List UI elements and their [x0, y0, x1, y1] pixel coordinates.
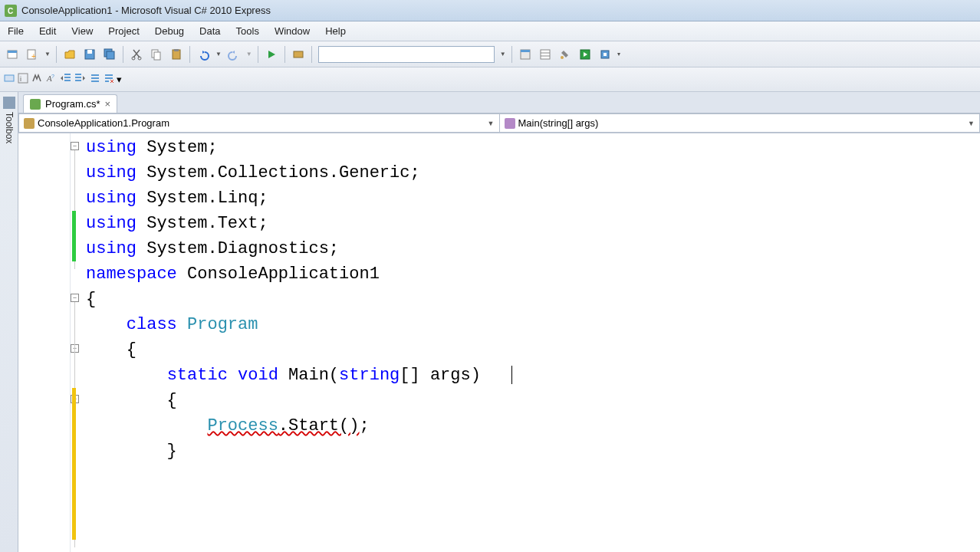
- svg-rect-25: [5, 75, 14, 81]
- code-line[interactable]: using System.Text;: [86, 211, 980, 236]
- unsaved-change-marker: [72, 388, 76, 540]
- standard-toolbar: + ▼ ▼ ▼ ▼ ▾: [0, 41, 980, 67]
- undo-icon[interactable]: [194, 45, 212, 64]
- saved-change-marker: [72, 211, 76, 261]
- code-editor[interactable]: −−−− using System;using System.Collectio…: [18, 133, 980, 552]
- menu-view[interactable]: View: [64, 22, 100, 40]
- display-quick-icon[interactable]: A?: [44, 72, 57, 87]
- code-line[interactable]: {: [86, 388, 980, 413]
- menu-data[interactable]: Data: [192, 22, 228, 40]
- svg-rect-15: [294, 51, 303, 58]
- svg-rect-5: [85, 50, 94, 59]
- close-tab-icon[interactable]: ×: [105, 98, 111, 110]
- svg-rect-16: [521, 50, 530, 59]
- menu-window[interactable]: Window: [267, 22, 317, 40]
- code-line[interactable]: using System.Diagnostics;: [86, 236, 980, 261]
- toolbox-icon[interactable]: [556, 45, 574, 64]
- member-selector[interactable]: Main(string[] args) ▼: [499, 113, 981, 133]
- method-icon: [505, 118, 515, 129]
- code-line[interactable]: Process.Start();: [86, 413, 980, 439]
- toolbar-options-icon[interactable]: ▾: [616, 51, 622, 58]
- dropdown-arrow-icon[interactable]: ▼: [498, 51, 508, 58]
- paste-icon[interactable]: [167, 45, 186, 64]
- svg-rect-13: [173, 50, 180, 59]
- start-debug-icon[interactable]: [262, 45, 281, 64]
- toolbox-panel-tab[interactable]: Toolbox: [0, 92, 18, 552]
- menu-project[interactable]: Project: [100, 22, 146, 40]
- break-all-icon[interactable]: [289, 45, 307, 64]
- svg-rect-8: [107, 51, 114, 59]
- display-param-icon[interactable]: i: [17, 72, 29, 87]
- open-folder-icon[interactable]: [61, 45, 79, 64]
- svg-text:i: i: [20, 75, 21, 83]
- redo-icon[interactable]: [225, 45, 243, 64]
- app-icon: C: [5, 5, 17, 17]
- code-line[interactable]: using System;: [86, 135, 980, 160]
- svg-rect-22: [580, 50, 590, 59]
- outline-collapse-icon[interactable]: −: [71, 142, 79, 150]
- code-line[interactable]: class Program: [86, 312, 980, 337]
- start-page-icon[interactable]: [576, 45, 594, 64]
- svg-rect-1: [8, 51, 17, 58]
- decrease-indent-icon[interactable]: [60, 72, 72, 87]
- add-item-icon[interactable]: +: [23, 45, 41, 64]
- navigation-bar: ConsoleApplication1.Program ▼ Main(strin…: [18, 113, 980, 133]
- display-object-icon[interactable]: [3, 72, 15, 87]
- properties-icon[interactable]: [536, 45, 554, 64]
- new-project-icon[interactable]: [3, 45, 21, 64]
- svg-rect-24: [603, 53, 607, 56]
- dropdown-arrow-icon: ▼: [968, 120, 975, 127]
- code-line[interactable]: using System.Collections.Generic;: [86, 160, 980, 186]
- svg-rect-18: [541, 50, 550, 59]
- svg-text:C: C: [8, 7, 13, 15]
- title-bar: C ConsoleApplication1 - Microsoft Visual…: [0, 0, 980, 21]
- code-line[interactable]: {: [86, 337, 980, 363]
- dropdown-arrow-icon[interactable]: ▼: [214, 51, 223, 58]
- svg-rect-23: [601, 51, 609, 58]
- solution-explorer-icon[interactable]: [516, 45, 534, 64]
- code-line[interactable]: namespace ConsoleApplication1: [86, 261, 980, 287]
- code-line[interactable]: {: [86, 287, 980, 312]
- editor-tab[interactable]: Program.cs* ×: [23, 94, 117, 113]
- save-icon[interactable]: [81, 45, 99, 64]
- extension-manager-icon[interactable]: [596, 45, 614, 64]
- menu-file[interactable]: File: [0, 22, 31, 40]
- svg-rect-6: [87, 50, 92, 54]
- find-combo[interactable]: [318, 46, 495, 63]
- toolbar-options-icon[interactable]: ▾: [117, 74, 122, 85]
- toolbox-label: Toolbox: [4, 112, 15, 143]
- code-line[interactable]: static void Main(string[] args): [86, 363, 980, 388]
- menu-help[interactable]: Help: [317, 22, 354, 40]
- code-line[interactable]: }: [86, 439, 980, 464]
- svg-rect-3: [28, 50, 35, 59]
- class-icon: [24, 118, 35, 129]
- menu-edit[interactable]: Edit: [31, 22, 64, 40]
- toolbox-icon: [3, 97, 15, 109]
- dropdown-arrow-icon[interactable]: ▼: [43, 51, 52, 58]
- svg-rect-7: [104, 49, 112, 57]
- menu-tools[interactable]: Tools: [229, 22, 267, 40]
- copy-icon[interactable]: [147, 45, 166, 64]
- svg-rect-11: [152, 50, 158, 58]
- cut-icon[interactable]: [127, 45, 146, 64]
- member-name: Main(string[] args): [518, 117, 599, 129]
- svg-text:A: A: [46, 74, 52, 83]
- svg-rect-12: [154, 52, 160, 60]
- class-selector[interactable]: ConsoleApplication1.Program ▼: [18, 113, 499, 133]
- increase-indent-icon[interactable]: [74, 72, 86, 87]
- outline-collapse-icon[interactable]: −: [71, 294, 79, 302]
- text-editor-toolbar: i A? ▾: [0, 67, 980, 92]
- uncomment-icon[interactable]: [103, 72, 115, 87]
- svg-rect-2: [8, 51, 17, 53]
- menu-debug[interactable]: Debug: [147, 22, 192, 40]
- class-name: ConsoleApplication1.Program: [38, 117, 169, 129]
- svg-text:?: ?: [51, 74, 54, 79]
- save-all-icon[interactable]: [100, 45, 119, 64]
- csharp-file-icon: [30, 99, 41, 110]
- dropdown-arrow-icon[interactable]: ▼: [245, 51, 254, 58]
- display-word-icon[interactable]: [31, 72, 43, 87]
- svg-point-10: [138, 57, 141, 60]
- comment-icon[interactable]: [89, 72, 101, 87]
- code-line[interactable]: using System.Linq;: [86, 186, 980, 211]
- window-title: ConsoleApplication1 - Microsoft Visual C…: [21, 5, 271, 16]
